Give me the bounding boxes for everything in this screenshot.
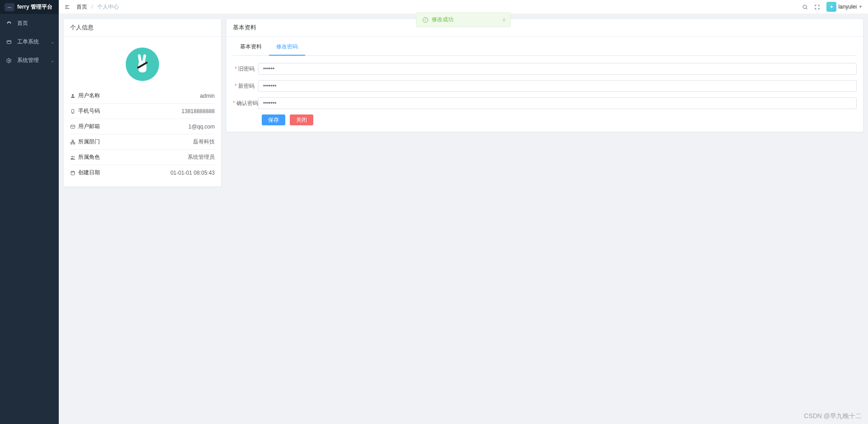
svg-rect-11 (71, 171, 75, 175)
tab-basic[interactable]: 基本资料 (233, 43, 269, 55)
breadcrumb-current: 个人中心 (97, 4, 119, 10)
profile-info-list: 用户名称 admin 手机号码 13818888888 用户邮箱 1@qq.co… (70, 88, 215, 180)
confirm-password-input[interactable] (258, 97, 857, 109)
svg-rect-0 (7, 40, 11, 43)
group-icon (70, 155, 75, 160)
detail-card-title: 基本资料 (226, 19, 863, 37)
svg-rect-8 (74, 143, 75, 144)
sidebar-nav: 首页 工单系统 ⌄ 系统管理 ⌄ (0, 14, 59, 70)
sidebar: ferry 管理平台 首页 工单系统 ⌄ 系统管理 ⌄ (0, 0, 59, 424)
form-row-confirm-password: *确认密码 (233, 97, 857, 109)
success-toast: ✓ 修改成功 × (416, 12, 511, 27)
info-value: 01-01-01 08:05:43 (170, 170, 215, 176)
chevron-down-icon: ⌄ (51, 39, 54, 44)
check-circle-icon: ✓ (423, 17, 428, 23)
phone-icon (70, 109, 75, 114)
svg-point-1 (9, 60, 10, 61)
ticket-icon (6, 39, 13, 45)
profile-card-title: 个人信息 (64, 19, 221, 37)
form-actions: 保存 关闭 (233, 114, 857, 125)
confirm-password-label: *确认密码 (233, 100, 258, 107)
svg-point-10 (73, 156, 75, 157)
info-value: 13818888888 (182, 108, 215, 114)
save-button[interactable]: 保存 (262, 114, 285, 125)
sidebar-item-label: 首页 (17, 19, 28, 27)
info-row-role: 所属角色 系统管理员 (70, 150, 215, 165)
new-password-input[interactable] (258, 80, 857, 92)
old-password-label: *旧密码 (233, 65, 258, 73)
svg-rect-6 (72, 140, 74, 141)
brand-logo[interactable]: ferry 管理平台 (0, 0, 59, 14)
breadcrumb-home[interactable]: 首页 (76, 4, 87, 10)
dashboard-icon (6, 21, 13, 26)
sidebar-item-home[interactable]: 首页 (0, 14, 59, 33)
close-button[interactable]: 关闭 (290, 114, 313, 125)
svg-point-4 (73, 112, 73, 113)
brand-text: ferry 管理平台 (17, 3, 52, 11)
info-value: admin (200, 93, 215, 99)
breadcrumb-separator: / (91, 4, 93, 10)
breadcrumb: 首页 / 个人中心 (76, 3, 119, 11)
brand-icon (5, 3, 14, 11)
info-row-phone: 手机号码 13818888888 (70, 104, 215, 119)
sidebar-item-label: 工单系统 (17, 38, 39, 46)
toast-message: 修改成功 (432, 16, 453, 24)
hamburger-icon[interactable] (64, 4, 70, 10)
info-value: 1@qq.com (189, 124, 215, 130)
profile-card: 个人信息 用户名称 admin (63, 19, 222, 187)
caret-down-icon: ▼ (859, 5, 863, 9)
svg-point-2 (803, 5, 807, 9)
tabs: 基本资料 修改密码 (233, 43, 857, 56)
header-right: ✦ lanyulei ▼ (802, 2, 863, 12)
avatar-image (136, 54, 149, 74)
detail-card: 基本资料 基本资料 修改密码 *旧密码 *新密码 *确 (226, 19, 863, 132)
info-row-email: 用户邮箱 1@qq.com (70, 119, 215, 134)
profile-avatar[interactable] (126, 48, 159, 81)
user-menu[interactable]: ✦ lanyulei ▼ (826, 2, 863, 12)
app-root: ferry 管理平台 首页 工单系统 ⌄ 系统管理 ⌄ (0, 0, 868, 424)
form-row-old-password: *旧密码 (233, 63, 857, 75)
sidebar-item-label: 系统管理 (17, 57, 39, 64)
fullscreen-icon[interactable] (814, 4, 820, 10)
new-password-label: *新密码 (233, 82, 258, 90)
info-row-dept: 所属部门 磊哥科技 (70, 134, 215, 150)
mail-icon (70, 124, 75, 129)
tab-password[interactable]: 修改密码 (269, 43, 305, 55)
user-avatar: ✦ (826, 2, 836, 12)
user-icon (70, 93, 75, 99)
gear-icon (6, 58, 13, 63)
svg-point-9 (71, 156, 73, 157)
avatar-container (70, 43, 215, 88)
info-row-username: 用户名称 admin (70, 88, 215, 104)
username-label: lanyulei (838, 4, 857, 10)
search-icon[interactable] (802, 4, 808, 10)
info-value: 磊哥科技 (193, 138, 215, 146)
header-left: 首页 / 个人中心 (64, 3, 119, 11)
content: ✓ 修改成功 × 个人信息 (59, 14, 868, 424)
info-value: 系统管理员 (188, 153, 215, 161)
old-password-input[interactable] (258, 63, 857, 75)
org-icon (70, 139, 75, 145)
detail-card-body: 基本资料 修改密码 *旧密码 *新密码 *确认密码 (226, 37, 863, 132)
form-row-new-password: *新密码 (233, 80, 857, 92)
calendar-icon (70, 170, 75, 176)
chevron-down-icon: ⌄ (51, 58, 54, 63)
sidebar-item-tickets[interactable]: 工单系统 ⌄ (0, 33, 59, 51)
svg-rect-7 (71, 143, 72, 144)
close-icon[interactable]: × (502, 16, 506, 24)
sidebar-item-system[interactable]: 系统管理 ⌄ (0, 51, 59, 70)
info-row-created: 创建日期 01-01-01 08:05:43 (70, 165, 215, 180)
main-area: 首页 / 个人中心 ✦ lanyulei ▼ (59, 0, 868, 424)
profile-card-body: 用户名称 admin 手机号码 13818888888 用户邮箱 1@qq.co… (64, 37, 221, 186)
